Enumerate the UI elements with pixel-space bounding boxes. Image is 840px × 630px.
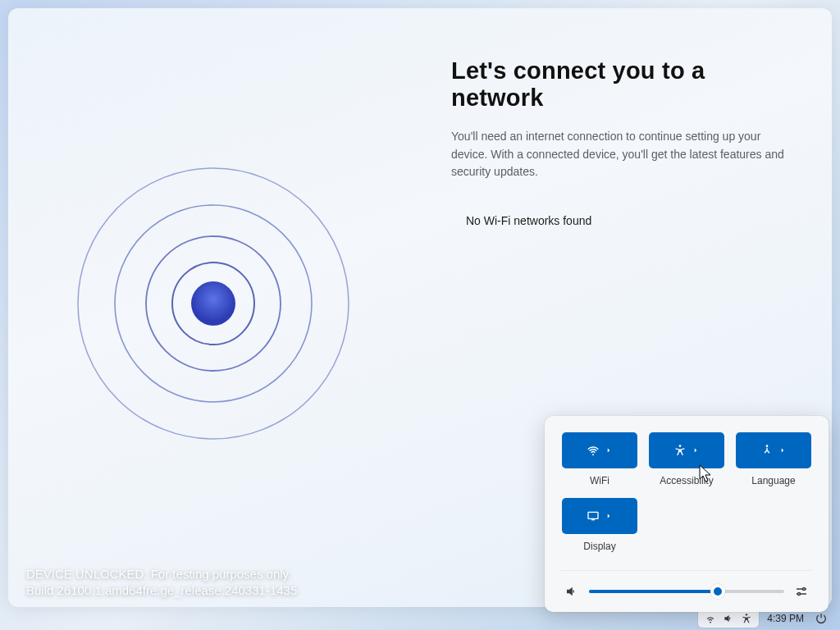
watermark-line2: Build 26100.1.amd64fre.ge_release.240331… [26, 582, 297, 599]
svg-point-1 [115, 205, 312, 402]
page-subtitle: You'll need an internet connection to co… [451, 128, 799, 181]
accessibility-tile[interactable] [649, 432, 724, 468]
accessibility-tile-label: Accessibility [648, 475, 725, 486]
speaker-icon [564, 584, 579, 599]
wifi-tray-icon [705, 613, 716, 624]
chevron-right-icon [692, 446, 700, 454]
display-icon [587, 509, 600, 523]
svg-point-3 [172, 262, 254, 345]
chevron-right-icon [778, 446, 787, 454]
watermark-line1: DEVICE UNLOCKED. For testing purposes on… [26, 566, 297, 582]
taskbar-clock: 4:39 PM [767, 613, 804, 624]
display-tile-label: Display [561, 541, 638, 552]
chevron-right-icon [605, 446, 613, 454]
display-tile[interactable] [562, 498, 637, 534]
no-networks-message: No Wi-Fi networks found [466, 214, 799, 227]
svg-point-8 [803, 588, 806, 591]
mixer-icon[interactable] [794, 584, 809, 599]
system-tray[interactable] [698, 609, 759, 628]
network-illustration [41, 115, 386, 459]
volume-tray-icon [723, 613, 734, 624]
language-tile-label: Language [735, 475, 812, 486]
wifi-tile[interactable] [562, 432, 637, 468]
svg-point-5 [679, 445, 682, 447]
quick-settings-flyout: WiFi Accessibility Language Display [545, 416, 829, 612]
wifi-icon [587, 444, 600, 457]
svg-point-10 [746, 614, 747, 615]
svg-point-0 [78, 168, 349, 439]
svg-point-6 [766, 445, 769, 447]
svg-point-9 [798, 593, 801, 596]
volume-slider[interactable] [589, 590, 784, 593]
wifi-tile-label: WiFi [561, 475, 638, 486]
accessibility-icon [673, 444, 687, 457]
svg-point-2 [146, 236, 281, 371]
chevron-right-icon [605, 512, 613, 520]
page-title: Let's connect you to a network [451, 57, 799, 112]
language-tile[interactable] [736, 432, 811, 468]
power-button[interactable] [812, 609, 830, 628]
accessibility-tray-icon [741, 613, 752, 624]
language-icon [760, 444, 774, 457]
svg-point-4 [191, 281, 235, 326]
svg-rect-7 [588, 512, 598, 518]
power-icon [815, 612, 828, 625]
build-watermark: DEVICE UNLOCKED. For testing purposes on… [26, 566, 297, 600]
